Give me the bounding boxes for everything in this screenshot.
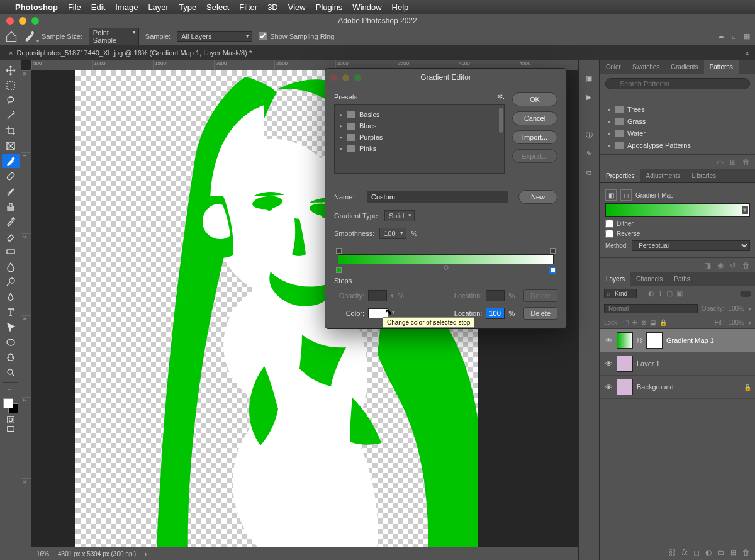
pattern-folder[interactable]: Trees <box>605 104 750 115</box>
pen-tool[interactable] <box>2 289 20 304</box>
new-pattern-icon[interactable]: ⊞ <box>730 158 736 167</box>
wand-tool[interactable] <box>2 108 20 123</box>
history-panel-icon[interactable]: ▣ <box>583 72 595 84</box>
visibility-icon[interactable]: 👁 <box>604 383 613 391</box>
presets-list[interactable]: Basics Blues Purples Pinks <box>334 104 505 174</box>
reverse-checkbox[interactable] <box>605 230 613 238</box>
presets-menu-icon[interactable]: ✲. <box>497 92 505 101</box>
pattern-folder[interactable]: Apocalypse Patterns <box>605 140 750 150</box>
lock-artboard-icon[interactable]: ⬓ <box>650 319 656 326</box>
color-stop-right[interactable] <box>550 267 556 273</box>
path-select-tool[interactable] <box>2 320 20 334</box>
filter-toggle[interactable] <box>740 291 751 297</box>
brush-tool[interactable] <box>2 184 20 198</box>
crop-tool[interactable] <box>2 123 20 138</box>
menu-edit[interactable]: Edit <box>91 3 105 12</box>
window-close-button[interactable] <box>6 17 14 25</box>
tab-properties[interactable]: Properties <box>600 169 640 182</box>
layer-thumbnail[interactable] <box>617 332 633 349</box>
home-icon[interactable] <box>5 30 18 43</box>
info-panel-icon[interactable]: ⓘ <box>583 128 595 141</box>
menu-window[interactable]: Window <box>352 3 381 12</box>
filter-smart-icon[interactable]: ▣ <box>676 289 683 298</box>
filter-shape-icon[interactable]: ▢ <box>666 289 673 298</box>
layer-row[interactable]: 👁 Background 🔒 <box>600 376 755 399</box>
reset-icon[interactable]: ↺ <box>730 261 736 270</box>
preset-folder[interactable]: Purples <box>338 132 500 143</box>
tab-channels[interactable]: Channels <box>630 272 668 286</box>
gradient-bar[interactable] <box>334 248 557 273</box>
layer-style-icon[interactable]: fx <box>682 548 688 557</box>
stamp-tool[interactable] <box>2 199 20 213</box>
lock-pixels-icon[interactable]: ⊕ <box>641 319 646 326</box>
menu-layer[interactable]: Layer <box>148 3 169 12</box>
stop-color-location-input[interactable] <box>486 308 505 319</box>
filter-adjust-icon[interactable]: ◐ <box>648 289 654 298</box>
new-group-icon[interactable]: 🗀 <box>717 548 725 557</box>
shape-tool[interactable] <box>2 335 20 349</box>
dodge-tool[interactable] <box>2 274 20 289</box>
dialog-titlebar[interactable]: Gradient Editor <box>325 69 566 86</box>
blend-mode-select[interactable]: Normal <box>604 304 698 313</box>
gradient-preview[interactable] <box>605 203 750 217</box>
layer-row[interactable]: 👁 ⛓ Gradient Map 1 <box>600 329 755 352</box>
brushes-panel-icon[interactable]: ✎ <box>583 147 595 160</box>
layer-name[interactable]: Layer 1 <box>637 360 660 367</box>
delete-color-stop-button[interactable]: Delete <box>523 307 557 320</box>
healing-tool[interactable] <box>2 169 20 183</box>
layer-mask-thumbnail[interactable] <box>646 332 663 349</box>
visibility-icon[interactable]: 👁 <box>604 337 613 344</box>
eraser-tool[interactable] <box>2 229 20 244</box>
ok-button[interactable]: OK <box>512 92 557 106</box>
new-layer-icon[interactable]: ⊞ <box>730 548 737 557</box>
dialog-close-button[interactable] <box>330 74 337 81</box>
window-minimize-button[interactable] <box>19 17 26 25</box>
opacity-stop-right[interactable] <box>550 248 556 254</box>
gradient-ramp[interactable] <box>338 254 554 264</box>
link-layers-icon[interactable]: ⛓ <box>669 548 676 557</box>
filter-type-icon[interactable]: T <box>658 289 663 298</box>
menu-type[interactable]: Type <box>179 3 196 12</box>
layer-name[interactable]: Background <box>637 383 674 391</box>
delete-adjustment-icon[interactable]: 🗑 <box>742 261 750 270</box>
opacity-value[interactable]: 100% <box>728 305 744 312</box>
doc-info-arrow-icon[interactable]: › <box>145 551 147 557</box>
close-tab-icon[interactable]: × <box>9 49 13 57</box>
zoom-level[interactable]: 16% <box>36 551 49 557</box>
tab-color[interactable]: Color <box>600 60 627 74</box>
sample-size-select[interactable]: Point Sample <box>89 28 139 45</box>
tab-libraries[interactable]: Libraries <box>686 169 722 182</box>
new-group-icon[interactable]: ▭ <box>717 158 724 167</box>
tab-layers[interactable]: Layers <box>600 272 630 286</box>
patterns-search-input[interactable] <box>605 78 750 89</box>
delete-pattern-icon[interactable]: 🗑 <box>742 158 750 167</box>
tab-patterns[interactable]: Patterns <box>704 60 739 74</box>
ruler-vertical[interactable]: 012345 <box>21 70 31 560</box>
lock-indicator-icon[interactable]: 🔒 <box>744 384 751 391</box>
delete-layer-icon[interactable]: 🗑 <box>742 548 750 557</box>
link-mask-icon[interactable]: ⛓ <box>637 337 642 344</box>
blur-tool[interactable] <box>2 259 20 274</box>
window-zoom-button[interactable] <box>31 17 39 25</box>
pattern-folder[interactable]: Grass <box>605 116 750 126</box>
adjustment-layer-icon[interactable]: ◐ <box>705 548 712 557</box>
menu-help[interactable]: Help <box>392 3 409 12</box>
gradient-type-select[interactable]: Solid <box>384 210 415 221</box>
fill-value[interactable]: 100% <box>728 319 744 326</box>
menu-file[interactable]: File <box>68 3 81 12</box>
layer-row[interactable]: 👁 Layer 1 <box>600 352 755 376</box>
dialog-zoom-button[interactable] <box>354 74 361 81</box>
tab-adjustments[interactable]: Adjustments <box>640 169 686 182</box>
dither-checkbox[interactable] <box>605 220 613 228</box>
menu-3d[interactable]: 3D <box>267 3 278 12</box>
history-brush-tool[interactable] <box>2 214 20 228</box>
edit-toolbar-icon[interactable]: ⋯ <box>2 385 20 394</box>
cloud-icon[interactable]: ☁ <box>717 32 724 40</box>
visibility-icon[interactable]: 👁 <box>604 360 613 367</box>
search-icon[interactable]: ⌕ <box>732 33 736 40</box>
marquee-tool[interactable] <box>2 78 20 92</box>
show-sampling-ring-checkbox[interactable] <box>259 32 267 40</box>
document-tab[interactable]: × Depositphotos_518717440_XL.jpg @ 16% (… <box>4 49 257 57</box>
presets-scrollbar[interactable] <box>499 108 503 133</box>
hand-tool[interactable] <box>2 350 20 364</box>
